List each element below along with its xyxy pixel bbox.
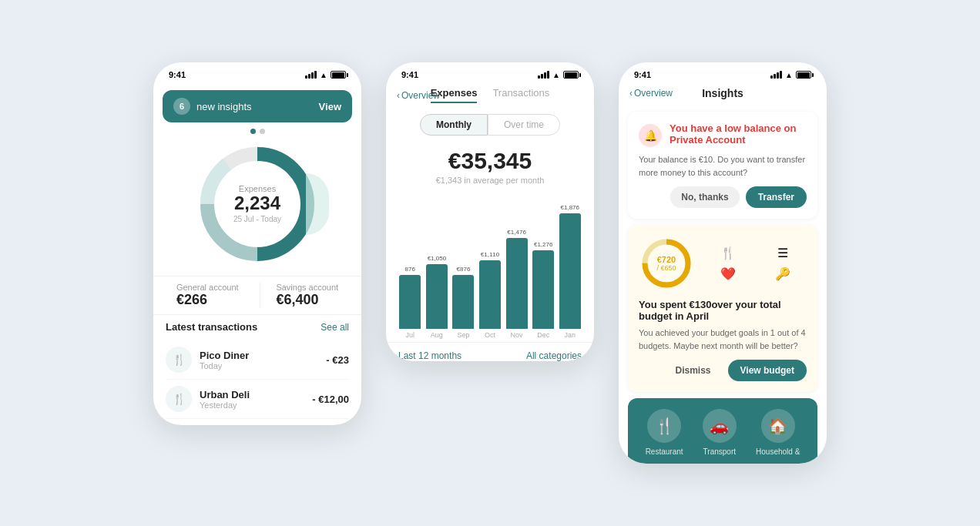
wifi-icon-2: ▲	[552, 71, 560, 79]
transactions-header: Latest transactions See all	[166, 321, 349, 333]
bar-col-Dec: €1,276Dec	[532, 241, 555, 339]
dot-2[interactable]	[260, 129, 265, 134]
alert-card: 🔔 You have a low balance on Private Acco…	[628, 112, 817, 219]
status-icons-1: ▲	[305, 71, 346, 79]
bar-label-top: €1,110	[481, 251, 499, 258]
bar-col-Jul: 876Jul	[398, 266, 422, 339]
transfer-button[interactable]: Transfer	[746, 186, 807, 208]
category-household[interactable]: 🏠 Household &	[756, 409, 800, 456]
category-icon-transport: 🚗	[703, 409, 737, 443]
budget-donut: €720 / €650	[639, 236, 694, 291]
bar-col-Jan: €1,876Jan	[558, 204, 582, 339]
alert-body: Your balance is €10. Do you want to tran…	[639, 153, 807, 179]
category-restaurant[interactable]: 🍴 Restaurant	[646, 409, 683, 456]
savings-account-label: Savings account	[276, 283, 338, 292]
general-account: General account €266	[176, 283, 239, 308]
nav-tabs-center: Expenses Transactions	[431, 87, 550, 103]
bar-Oct[interactable]	[479, 260, 501, 329]
bar-Nov[interactable]	[506, 238, 528, 329]
bar-month-Dec: Dec	[537, 331, 549, 339]
bar-Aug[interactable]	[426, 264, 448, 329]
budget-donut-center: €720 / €650	[656, 255, 676, 272]
status-bar-1: 9:41 ▲	[153, 62, 361, 84]
dot-1[interactable]	[250, 129, 256, 134]
insights-nav-back[interactable]: ‹ Overview	[629, 88, 673, 99]
status-bar-2: 9:41 ▲	[386, 62, 594, 84]
nav-tabs: ‹ Overview Expenses Transactions	[386, 84, 594, 109]
signal-icon	[305, 71, 317, 79]
trans-icon-2: 🍴	[166, 386, 192, 412]
chart-period[interactable]: Last 12 months	[398, 350, 461, 361]
bar-chart: 876Jul€1,050Aug€876Sep€1,110Oct€1,476Nov…	[386, 188, 594, 342]
status-icons-2: ▲	[538, 71, 579, 79]
toggle-row: Monthly Over time	[398, 114, 582, 136]
bar-label-top: €1,476	[507, 229, 525, 236]
budget-icon-key: 🔑	[758, 266, 807, 281]
budget-icons-grid: 🍴 ☰ ❤️ 🔑	[703, 246, 807, 281]
chart-total-value: €35,345	[386, 148, 594, 174]
bar-label-top: €876	[457, 266, 471, 273]
donut-date: 25 Jul - Today	[233, 216, 281, 224]
signal-icon-3	[770, 71, 782, 79]
wifi-icon: ▲	[320, 71, 327, 79]
bar-Jan[interactable]	[559, 213, 581, 329]
categories-banner: 🍴 Restaurant 🚗 Transport 🏠 Household &	[628, 398, 817, 464]
budget-card: €720 / €650 🍴 ☰ ❤️ 🔑 You spent €130over …	[628, 225, 817, 392]
general-account-value: €266	[176, 292, 239, 308]
category-transport[interactable]: 🚗 Transport	[703, 409, 737, 456]
bar-Jul[interactable]	[399, 275, 421, 329]
bar-Dec[interactable]	[532, 250, 554, 329]
bar-col-Sep: €876Sep	[451, 266, 475, 339]
budget-donut-sub: / €650	[656, 264, 676, 272]
battery-icon	[331, 71, 346, 79]
phone-expenses: 9:41 ▲ ‹ Ove	[386, 62, 594, 361]
bar-Sep[interactable]	[452, 275, 474, 329]
status-icons-3: ▲	[770, 71, 811, 79]
category-icon-household: 🏠	[761, 409, 795, 443]
nav-back[interactable]: ‹ Overview	[397, 90, 440, 101]
insights-text: new insights	[196, 101, 252, 112]
insights-view-btn[interactable]: View	[319, 101, 341, 112]
time-1: 9:41	[169, 70, 186, 79]
budget-icon-fork: 🍴	[703, 246, 752, 260]
bar-col-Nov: €1,476Nov	[505, 229, 529, 339]
phone-insights: 9:41 ▲ ‹ Ove	[619, 62, 827, 464]
wifi-icon-3: ▲	[785, 71, 793, 79]
dismiss-button[interactable]: Dismiss	[665, 360, 722, 381]
insights-banner[interactable]: 6 new insights View	[163, 90, 352, 122]
toggle-overtime[interactable]: Over time	[488, 114, 560, 136]
table-row[interactable]: 🍴 Urban Deli Yesterday - €12,00	[166, 380, 349, 419]
budget-icon-heart: ❤️	[703, 266, 752, 281]
alert-icon: 🔔	[639, 124, 662, 147]
see-all-btn[interactable]: See all	[321, 322, 349, 333]
alert-title: You have a low balance on Private Accoun…	[670, 122, 807, 146]
donut-chart: Expenses 2,234 25 Jul - Today	[153, 139, 361, 270]
bar-col-Oct: €1,110Oct	[478, 251, 502, 339]
chart-filter[interactable]: All categories	[526, 350, 582, 361]
category-label-household: Household &	[756, 447, 800, 456]
signal-icon-2	[538, 71, 549, 79]
status-bar-3: 9:41 ▲	[619, 62, 827, 84]
savings-account: Savings account €6,400	[260, 283, 338, 308]
table-row[interactable]: 🍴 Pico Diner Today - €23	[166, 340, 349, 380]
no-thanks-button[interactable]: No, thanks	[670, 186, 739, 208]
insights-count: 6	[173, 98, 190, 115]
battery-icon-2	[563, 71, 579, 79]
category-icon-restaurant: 🍴	[647, 409, 681, 443]
battery-icon-3	[796, 71, 811, 79]
trans-name-1: Pico Diner	[200, 350, 318, 361]
tab-transactions[interactable]: Transactions	[492, 87, 549, 103]
bar-month-Jan: Jan	[565, 331, 576, 339]
bar-label-top: €1,876	[561, 204, 579, 211]
budget-card-body: You achieved your budget goals in 1 out …	[639, 327, 807, 352]
bar-month-Jul: Jul	[406, 331, 415, 339]
bar-month-Nov: Nov	[511, 331, 523, 339]
toggle-monthly[interactable]: Monthly	[420, 114, 488, 136]
trans-icon-1: 🍴	[166, 347, 192, 373]
accounts-row: General account €266 Savings account €6,…	[153, 276, 361, 314]
budget-donut-val: €720	[656, 255, 676, 264]
chart-total-sub: €1,343 in average per month	[386, 176, 594, 185]
view-budget-button[interactable]: View budget	[728, 360, 807, 381]
phone-overview: 9:41 ▲ 6 new	[153, 62, 361, 425]
insights-title: Insights	[702, 87, 743, 99]
